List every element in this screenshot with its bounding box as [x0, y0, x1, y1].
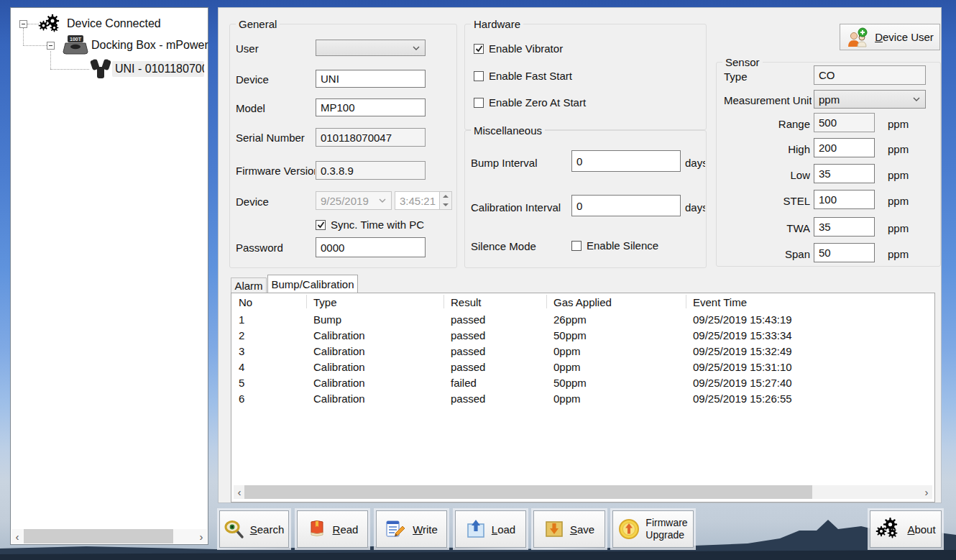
table-cell: 4 — [231, 361, 306, 373]
write-button[interactable]: Write — [376, 510, 447, 548]
hardware-group: Hardware Enable Vibrator Enable Fast Sta… — [464, 24, 707, 130]
table-horizontal-scrollbar[interactable]: ‹ › — [234, 485, 932, 499]
column-separator — [686, 295, 686, 308]
table-row[interactable]: 4Calibrationpassed0ppm09/25/2019 15:31:1… — [231, 359, 934, 375]
range-field[interactable]: 500 — [814, 113, 875, 132]
tab-bump-calibration[interactable]: Bump/Calibration — [267, 275, 358, 293]
spinner-up-button[interactable] — [440, 192, 451, 201]
device-field[interactable]: UNI — [316, 70, 426, 88]
firmware-upgrade-button[interactable]: Firmware Upgrade — [612, 510, 694, 548]
time-spinner-buttons[interactable] — [439, 192, 451, 209]
enable-fast-start-row[interactable]: Enable Fast Start — [474, 70, 572, 82]
scroll-left-arrow[interactable]: ‹ — [234, 486, 245, 498]
measurement-unit-dropdown[interactable]: ppm — [814, 90, 926, 109]
scroll-right-arrow[interactable]: › — [196, 531, 207, 543]
enable-zero-at-start-checkbox[interactable] — [474, 98, 484, 108]
tree-item-docking-box[interactable]: 100T Docking Box - mPower — [63, 36, 211, 55]
enable-fast-start-checkbox[interactable] — [474, 71, 484, 81]
calibration-interval-value: 0 — [576, 200, 582, 212]
firmware-upgrade-label-line2: Upgrade — [645, 529, 684, 541]
low-field[interactable]: 35 — [814, 164, 875, 183]
general-group: General User Device UNI Model MP100 Seri… — [229, 24, 457, 268]
about-gears-icon — [875, 517, 901, 541]
save-button-label: Save — [570, 523, 594, 536]
calibration-interval-field[interactable]: 0 — [571, 195, 681, 216]
twa-field[interactable]: 35 — [814, 217, 875, 237]
bump-interval-value: 0 — [576, 155, 582, 167]
enable-silence-row[interactable]: Enable Silence — [571, 239, 658, 252]
enable-vibrator-checkbox[interactable] — [474, 44, 484, 54]
tree-expander-dock[interactable] — [47, 42, 55, 50]
bump-interval-field[interactable]: 0 — [571, 150, 681, 172]
calibration-interval-unit: days — [685, 201, 705, 214]
tree-connector — [27, 24, 39, 24]
firmware-upgrade-label: Firmware Upgrade — [645, 517, 687, 541]
span-field[interactable]: 50 — [814, 243, 875, 262]
stel-field[interactable]: 100 — [814, 190, 875, 209]
about-button[interactable]: About — [870, 510, 942, 548]
read-button[interactable]: Read — [297, 510, 368, 548]
password-field[interactable]: 0000 — [316, 237, 426, 257]
silence-mode-label: Silence Mode — [471, 240, 536, 252]
column-header-event-time[interactable]: Event Time — [686, 296, 934, 308]
table-cell: passed — [443, 345, 546, 357]
uni-device-icon — [89, 58, 112, 80]
table-cell: 6 — [231, 393, 306, 405]
tab-alarm[interactable]: Alarm — [231, 277, 267, 293]
table-cell: passed — [443, 329, 546, 341]
column-header-type[interactable]: Type — [306, 296, 443, 308]
sensor-group: Sensor Type CO Measurement Unit ppm Rang… — [716, 62, 941, 267]
sync-time-checkbox-row[interactable]: Sync. Time with PC — [316, 219, 424, 231]
serial-number-label: Serial Number — [236, 132, 313, 144]
device-date-picker[interactable]: 9/25/2019 — [316, 191, 392, 210]
serial-number-field[interactable]: 010118070047 — [316, 128, 426, 147]
range-value: 500 — [819, 116, 837, 129]
table-cell: Bump — [306, 313, 443, 326]
table-row[interactable]: 1Bumppassed26ppm09/25/2019 15:43:19 — [231, 311, 934, 327]
column-header-result[interactable]: Result — [443, 296, 546, 308]
tree-horizontal-scrollbar[interactable]: ‹ › — [12, 529, 207, 543]
model-label: Model — [236, 102, 265, 114]
sensor-type-field[interactable]: CO — [814, 65, 926, 85]
scrollbar-thumb[interactable] — [244, 485, 812, 499]
firmware-version-field[interactable]: 0.3.8.9 — [316, 161, 426, 180]
write-notepad-icon — [385, 519, 407, 539]
column-header-gas-applied[interactable]: Gas Applied — [546, 296, 686, 308]
search-button[interactable]: Search — [219, 510, 289, 548]
table-cell: Calibration — [306, 361, 443, 373]
user-dropdown[interactable] — [316, 40, 426, 56]
search-icon — [224, 519, 244, 539]
scroll-right-arrow[interactable]: › — [921, 486, 932, 498]
table-cell: 09/25/2019 15:33:34 — [686, 329, 934, 341]
table-row[interactable]: 6Calibrationpassed0ppm09/25/2019 15:26:5… — [231, 390, 934, 406]
tree-expander-root[interactable] — [19, 20, 27, 28]
load-button[interactable]: Load — [455, 510, 526, 548]
table-cell: 09/25/2019 15:32:49 — [686, 345, 934, 357]
enable-vibrator-row[interactable]: Enable Vibrator — [474, 42, 563, 55]
tree-item-uni-device[interactable]: UNI - 010118070047 — [89, 60, 204, 78]
sensor-type-value: CO — [819, 69, 835, 81]
table-cell: 09/25/2019 15:31:10 — [686, 361, 934, 373]
about-button-label: About — [907, 523, 935, 536]
sync-time-checkbox[interactable] — [316, 220, 326, 230]
calibration-interval-label: Calibration Interval — [471, 201, 570, 214]
tab-alarm-label: Alarm — [234, 280, 262, 292]
model-field[interactable]: MP100 — [316, 98, 426, 116]
column-header-no[interactable]: No — [231, 296, 306, 308]
table-row[interactable]: 2Calibrationpassed50ppm09/25/2019 15:33:… — [231, 327, 934, 343]
device-user-button[interactable]: Device User — [840, 24, 940, 50]
spinner-down-button[interactable] — [440, 201, 451, 209]
table-row[interactable]: 5Calibrationfailed50ppm09/25/2019 15:27:… — [231, 375, 934, 390]
save-button[interactable]: Save — [533, 510, 605, 548]
enable-zero-at-start-row[interactable]: Enable Zero At Start — [474, 96, 586, 109]
tree-item-device-connected[interactable]: Device Connected — [38, 14, 164, 33]
scroll-left-arrow[interactable]: ‹ — [12, 531, 23, 543]
stel-unit: ppm — [888, 195, 909, 207]
device-time-spinner[interactable]: 3:45:21 — [395, 191, 452, 210]
high-value: 200 — [819, 142, 837, 154]
enable-silence-checkbox[interactable] — [571, 241, 582, 251]
table-row[interactable]: 3Calibrationpassed0ppm09/25/2019 15:32:4… — [231, 343, 934, 359]
scrollbar-thumb[interactable] — [24, 529, 173, 543]
high-field[interactable]: 200 — [814, 138, 875, 157]
device-user-label: Device User — [875, 31, 934, 43]
